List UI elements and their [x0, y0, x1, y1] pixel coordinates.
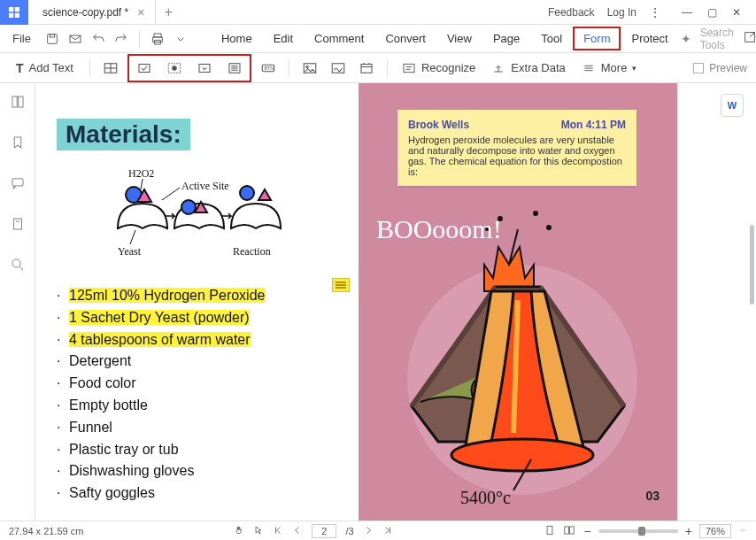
- star-icon[interactable]: ✦: [681, 32, 691, 46]
- feedback-link[interactable]: Feedback: [548, 6, 595, 19]
- menu-convert[interactable]: Convert: [374, 27, 436, 50]
- svg-text:5400°c: 5400°c: [460, 488, 511, 507]
- recognize-button[interactable]: Recognize: [397, 61, 481, 75]
- svg-text:Yeast: Yeast: [118, 245, 142, 258]
- two-page-view-icon[interactable]: [563, 524, 575, 538]
- svg-rect-23: [361, 64, 372, 73]
- menu-view[interactable]: View: [436, 27, 482, 50]
- menu-page[interactable]: Page: [482, 27, 530, 50]
- close-tab-icon[interactable]: ×: [137, 5, 144, 19]
- menu-comment[interactable]: Comment: [304, 27, 374, 50]
- list-item: · Detergent: [57, 351, 337, 373]
- image-field-icon[interactable]: [298, 58, 321, 79]
- svg-text:Reaction: Reaction: [233, 245, 271, 258]
- menu-tool[interactable]: Tool: [530, 27, 573, 50]
- menu-protect[interactable]: Protect: [621, 27, 678, 50]
- signature-field-icon[interactable]: [327, 58, 350, 79]
- app-logo-icon: [0, 0, 28, 25]
- zoom-slider[interactable]: [598, 529, 678, 533]
- select-tool-icon[interactable]: [253, 525, 264, 537]
- zoom-dropdown-icon[interactable]: [738, 526, 747, 536]
- document-tab[interactable]: science-copy.pdf * ×: [28, 0, 156, 24]
- next-page-icon[interactable]: [363, 525, 374, 537]
- svg-point-12: [173, 66, 177, 70]
- svg-point-46: [240, 186, 254, 200]
- hand-tool-icon[interactable]: [234, 525, 244, 537]
- listbox-field-icon[interactable]: [223, 58, 246, 79]
- svg-point-56: [451, 439, 593, 471]
- sticky-note-icon[interactable]: [332, 278, 350, 292]
- single-page-view-icon[interactable]: [544, 524, 556, 538]
- share-icon[interactable]: [743, 30, 756, 48]
- comments-icon[interactable]: [10, 175, 26, 195]
- svg-line-41: [141, 179, 143, 189]
- menu-edit[interactable]: Edit: [263, 27, 304, 50]
- titlebar: science-copy.pdf * × + Feedback Log In ⋮…: [0, 0, 756, 25]
- prev-page-icon[interactable]: [292, 525, 303, 537]
- svg-line-43: [162, 188, 180, 200]
- list-item: · 4 tablespoons of warm water: [57, 329, 337, 351]
- add-text-button[interactable]: T Add Text: [9, 61, 81, 75]
- page-dimensions: 27.94 x 21.59 cm: [9, 526, 83, 536]
- more-button[interactable]: More ▾: [576, 61, 643, 75]
- svg-point-52: [498, 216, 503, 221]
- redo-icon[interactable]: [112, 30, 130, 48]
- bookmarks-icon[interactable]: [10, 135, 26, 154]
- undo-icon[interactable]: [89, 30, 107, 48]
- search-tools-input[interactable]: Search Tools: [700, 27, 734, 51]
- svg-point-55: [485, 228, 489, 231]
- menu-home[interactable]: Home: [211, 27, 263, 50]
- svg-rect-10: [139, 64, 150, 72]
- minimize-button[interactable]: —: [675, 0, 699, 25]
- save-icon[interactable]: [43, 30, 61, 48]
- zoom-in-button[interactable]: +: [685, 524, 692, 538]
- mail-icon[interactable]: [66, 30, 84, 48]
- svg-rect-62: [564, 526, 568, 533]
- list-item: · Dishwashing gloves: [57, 460, 337, 482]
- word-export-badge[interactable]: W: [721, 94, 744, 117]
- print-dropdown-icon[interactable]: [172, 30, 189, 48]
- menu-form[interactable]: Form: [573, 27, 621, 50]
- svg-line-47: [130, 230, 135, 244]
- more-menu-icon[interactable]: ⋮: [649, 5, 662, 19]
- svg-rect-1: [50, 34, 54, 36]
- preview-checkbox[interactable]: [693, 63, 704, 73]
- note-author: Brook Wells: [408, 119, 469, 131]
- maximize-button[interactable]: ▢: [699, 0, 724, 25]
- svg-line-39: [19, 266, 23, 270]
- svg-rect-3: [154, 34, 161, 37]
- page-input[interactable]: 2: [312, 524, 336, 538]
- button-field-icon[interactable]: BTN: [257, 58, 280, 79]
- preview-toggle[interactable]: Preview: [693, 62, 747, 74]
- svg-rect-2: [70, 35, 81, 42]
- add-tab-button[interactable]: +: [156, 4, 181, 20]
- thumbnails-icon[interactable]: [10, 94, 26, 113]
- dropdown-field-icon[interactable]: [193, 58, 216, 79]
- svg-rect-37: [13, 219, 21, 229]
- file-menu[interactable]: File: [5, 32, 38, 45]
- page-right: Brook Wells Mon 4:11 PM Hydrogen peroxid…: [359, 83, 677, 521]
- checkbox-field-icon[interactable]: [133, 58, 156, 79]
- last-page-icon[interactable]: [382, 525, 393, 537]
- date-field-icon[interactable]: [355, 58, 378, 79]
- svg-text:Active Site: Active Site: [181, 180, 229, 192]
- extra-data-button[interactable]: Extra Data: [486, 61, 570, 75]
- svg-rect-13: [199, 64, 210, 72]
- form-align-icon[interactable]: [99, 58, 122, 79]
- zoom-value[interactable]: 76%: [699, 524, 731, 538]
- svg-rect-36: [12, 179, 23, 186]
- vertical-scrollbar[interactable]: [750, 225, 754, 305]
- attachments-icon[interactable]: [10, 216, 26, 235]
- login-link[interactable]: Log In: [607, 6, 636, 19]
- svg-rect-27: [404, 64, 414, 72]
- zoom-out-button[interactable]: −: [584, 524, 591, 538]
- radio-field-icon[interactable]: [163, 58, 186, 79]
- first-page-icon[interactable]: [273, 525, 283, 537]
- print-icon[interactable]: [149, 30, 166, 48]
- svg-rect-61: [547, 526, 552, 534]
- comment-note[interactable]: Brook Wells Mon 4:11 PM Hydrogen peroxid…: [397, 110, 636, 186]
- page-number: 03: [645, 489, 660, 503]
- close-window-button[interactable]: ✕: [724, 0, 749, 25]
- document-canvas[interactable]: Materials: H2O2 Active Site: [35, 83, 756, 521]
- search-panel-icon[interactable]: [10, 257, 26, 276]
